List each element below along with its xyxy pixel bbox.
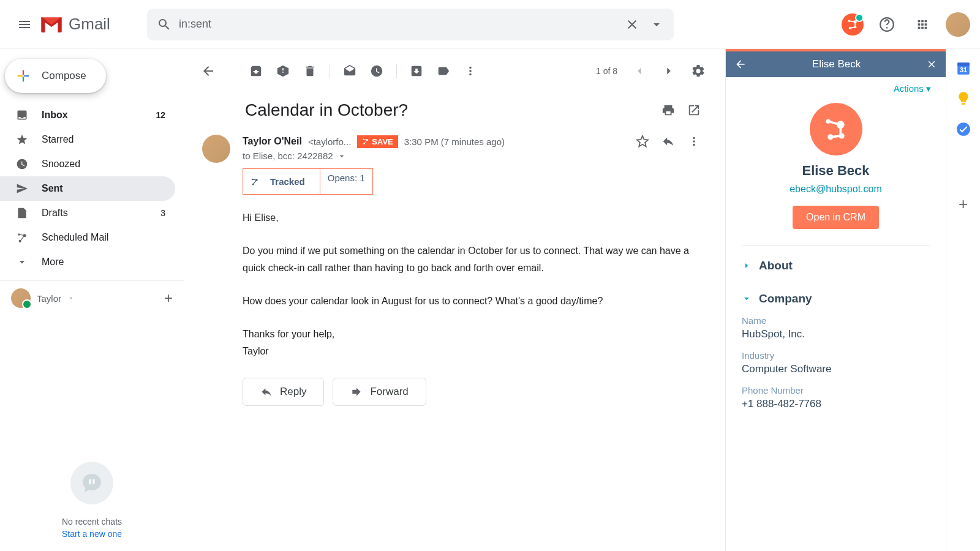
add-contact-icon[interactable]: + <box>164 290 173 307</box>
sender-name: Taylor O'Neil <box>243 136 302 147</box>
chevron-down-icon[interactable] <box>337 151 347 161</box>
send-icon <box>16 182 28 195</box>
tasks-icon[interactable] <box>956 121 971 137</box>
chevron-down-icon <box>16 256 28 268</box>
prev-icon[interactable] <box>627 59 652 83</box>
spam-icon[interactable] <box>271 59 295 83</box>
search-bar[interactable] <box>147 9 674 40</box>
hubspot-contact-name: Elise Beck <box>738 163 933 179</box>
back-icon[interactable] <box>196 59 221 83</box>
app-name: Gmail <box>69 15 110 34</box>
star-icon <box>16 133 28 146</box>
email-subject: Calendar in October? <box>245 100 408 120</box>
snooze-icon[interactable] <box>364 59 389 83</box>
hubspot-save-badge[interactable]: SAVE <box>357 135 398 148</box>
company-phone-value: +1 888-482-7768 <box>742 398 930 410</box>
move-to-icon[interactable] <box>404 59 429 83</box>
hubspot-contact-email[interactable]: ebeck@hubspot.com <box>738 184 933 195</box>
company-industry-value: Computer Software <box>742 363 930 375</box>
company-name-label: Name <box>742 315 930 326</box>
drafts-icon <box>16 207 28 219</box>
mail-toolbar: 1 of 8 <box>196 54 725 88</box>
archive-icon[interactable] <box>244 59 268 83</box>
clear-search-icon[interactable] <box>625 17 639 32</box>
tracking-badge[interactable]: Tracked Opens: 1 <box>243 168 373 195</box>
delete-icon[interactable] <box>298 59 322 83</box>
sidebar-item-scheduled[interactable]: Scheduled Mail <box>0 225 175 250</box>
reply-button[interactable]: Reply <box>243 378 324 406</box>
pager-text: 1 of 8 <box>596 66 617 76</box>
add-addon-icon[interactable]: + <box>959 195 968 214</box>
message-time: 3:30 PM (7 minutes ago) <box>404 137 505 147</box>
chevron-right-icon <box>742 261 752 271</box>
menu-icon[interactable] <box>10 10 39 39</box>
hangouts-panel: No recent chats Start a new one <box>0 449 184 551</box>
forward-button[interactable]: Forward <box>333 378 426 406</box>
inbox-icon <box>16 109 28 121</box>
calendar-icon[interactable]: 31 <box>956 60 971 76</box>
compose-label: Compose <box>42 70 86 82</box>
svg-point-20 <box>957 122 970 136</box>
topbar: Gmail <box>0 0 980 49</box>
right-rail: 31 + <box>946 49 980 551</box>
clock-icon <box>16 158 28 170</box>
hubspot-back-icon[interactable] <box>734 58 747 70</box>
company-name-value: HubSpot, Inc. <box>742 328 930 340</box>
hubspot-panel-header: Elise Beck <box>726 49 946 77</box>
chevron-down-icon <box>742 294 752 304</box>
print-icon[interactable] <box>662 103 675 117</box>
next-icon[interactable] <box>657 59 681 83</box>
message: Taylor O'Neil <taylorfo... SAVE 3:30 PM … <box>196 127 725 406</box>
mail-view: 1 of 8 Calendar in October? <box>184 49 725 551</box>
hubspot-contact-logo <box>810 103 862 156</box>
labels-icon[interactable] <box>431 59 456 83</box>
sender-avatar <box>202 135 230 163</box>
sidebar-item-more[interactable]: More <box>0 250 175 274</box>
search-options-icon[interactable] <box>649 17 664 32</box>
chevron-down-icon[interactable] <box>67 294 75 302</box>
account-avatar[interactable] <box>946 12 970 37</box>
sidebar: Compose Inbox 12 Starred Snoozed Sent <box>0 49 184 551</box>
recipients[interactable]: to Elise, bcc: 2422882 <box>243 151 701 161</box>
settings-icon[interactable] <box>686 59 710 83</box>
svg-text:31: 31 <box>959 66 967 73</box>
hubspot-extension-icon[interactable] <box>842 13 864 36</box>
help-icon[interactable] <box>875 12 899 37</box>
hangouts-icon <box>70 462 113 504</box>
hubspot-actions-dropdown[interactable]: Actions ▾ <box>726 77 946 100</box>
more-icon[interactable] <box>458 59 483 83</box>
hubspot-sprocket-icon <box>16 231 28 244</box>
sidebar-item-snoozed[interactable]: Snoozed <box>0 152 175 176</box>
compose-button[interactable]: Compose <box>5 59 106 93</box>
hangouts-user[interactable]: Taylor + <box>0 280 184 315</box>
email-body: Hi Elise, Do you mind if we put somethin… <box>243 209 701 359</box>
hubspot-close-icon[interactable] <box>926 59 937 70</box>
user-avatar <box>11 288 31 308</box>
open-new-icon[interactable] <box>687 103 701 117</box>
keep-icon[interactable] <box>956 91 971 107</box>
mark-unread-icon[interactable] <box>337 59 362 83</box>
email-subject-row: Calendar in October? <box>196 88 725 127</box>
more-icon[interactable] <box>687 135 701 148</box>
hangouts-start-link[interactable]: Start a new one <box>12 529 172 539</box>
gmail-logo[interactable]: Gmail <box>39 15 110 34</box>
sidebar-item-drafts[interactable]: Drafts 3 <box>0 201 175 225</box>
hangouts-empty-text: No recent chats <box>12 517 172 527</box>
apps-grid-icon[interactable] <box>910 12 935 37</box>
sidebar-item-inbox[interactable]: Inbox 12 <box>0 103 175 127</box>
open-in-crm-button[interactable]: Open in CRM <box>793 206 879 229</box>
hubspot-company-section: Company Name HubSpot, Inc. Industry Comp… <box>726 282 946 420</box>
sidebar-item-sent[interactable]: Sent <box>0 176 175 201</box>
sidebar-item-starred[interactable]: Starred <box>0 127 175 152</box>
company-phone-label: Phone Number <box>742 385 930 395</box>
hubspot-about-section[interactable]: About <box>726 249 946 282</box>
hubspot-company-toggle[interactable]: Company <box>742 292 930 305</box>
hubspot-panel: Elise Beck Actions ▾ Elise Beck ebeck@hu… <box>725 49 946 551</box>
search-input[interactable] <box>179 18 625 31</box>
company-industry-label: Industry <box>742 350 930 361</box>
sender-email: <taylorfo... <box>308 137 351 147</box>
star-icon[interactable] <box>636 135 649 148</box>
search-icon <box>157 17 172 32</box>
reply-icon[interactable] <box>662 135 675 148</box>
